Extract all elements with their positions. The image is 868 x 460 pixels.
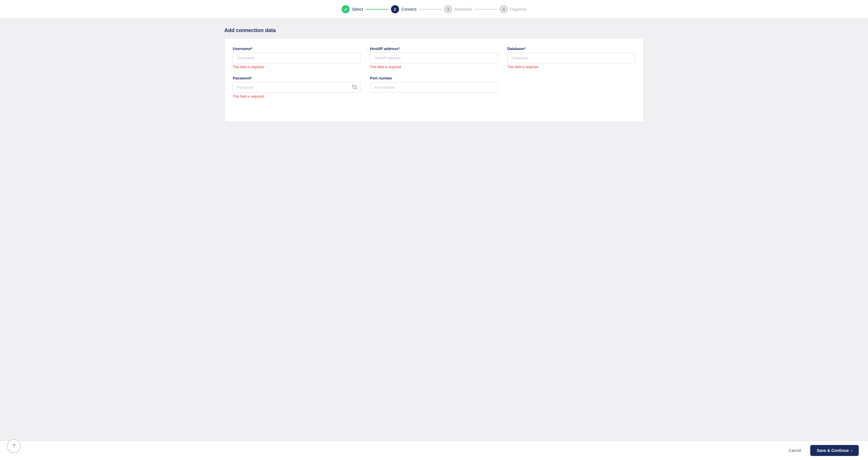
form-group-port: Port number — [370, 76, 498, 98]
stepper: Select 2 Connect 3 MetaData 4 Organize — [342, 5, 527, 13]
step-circle-connect: 2 — [391, 5, 399, 13]
step-organize: 4 Organize — [500, 5, 526, 13]
main-content: Add connection data Username* This field… — [217, 18, 651, 460]
step-label-select: Select — [352, 7, 363, 11]
cancel-button[interactable]: Cancel — [784, 445, 806, 456]
form-card: Username* This field is required Host/IP… — [224, 38, 644, 122]
step-metadata: 3 MetaData — [444, 5, 472, 13]
step-label-organize: Organize — [510, 7, 526, 11]
step-circle-select — [342, 5, 350, 13]
database-input[interactable] — [507, 53, 635, 63]
password-label: Password* — [233, 76, 361, 80]
step-label-metadata: MetaData — [455, 7, 472, 11]
database-error: This field is required — [507, 65, 635, 69]
form-group-host: Host/IP address* This field is required — [370, 47, 498, 69]
step-connector-3 — [474, 9, 497, 9]
form-group-password: Password* This field is required — [233, 76, 361, 98]
footer-bar: Cancel Save & Continue › — [0, 441, 868, 460]
step-connector-1 — [366, 9, 389, 9]
username-input[interactable] — [233, 53, 361, 63]
help-button[interactable]: ? — [7, 439, 21, 453]
form-group-username: Username* This field is required — [233, 47, 361, 69]
database-label: Database* — [507, 47, 635, 51]
step-select: Select — [342, 5, 363, 13]
form-group-database: Database* This field is required — [507, 47, 635, 69]
step-connect: 2 Connect — [391, 5, 416, 13]
username-label: Username* — [233, 47, 361, 51]
step-label-connect: Connect — [401, 7, 416, 11]
username-error: This field is required — [233, 65, 361, 69]
page-title: Add connection data — [224, 27, 644, 33]
host-error: This field is required — [370, 65, 498, 69]
host-input[interactable] — [370, 53, 498, 63]
question-mark-icon: ? — [12, 443, 15, 449]
step-connector-2 — [419, 9, 442, 9]
form-grid: Username* This field is required Host/IP… — [233, 47, 635, 98]
password-toggle-icon[interactable] — [352, 84, 357, 91]
password-input-wrapper — [233, 82, 361, 93]
password-input[interactable] — [233, 82, 361, 93]
port-input[interactable] — [370, 82, 498, 93]
step-circle-organize: 4 — [500, 5, 508, 13]
step-circle-metadata: 3 — [444, 5, 452, 13]
save-continue-button[interactable]: Save & Continue › — [810, 445, 859, 456]
host-label: Host/IP address* — [370, 47, 498, 51]
stepper-bar: Select 2 Connect 3 MetaData 4 Organize — [0, 0, 868, 18]
port-label: Port number — [370, 76, 498, 80]
chevron-right-icon: › — [851, 449, 852, 453]
password-error: This field is required — [233, 94, 361, 98]
